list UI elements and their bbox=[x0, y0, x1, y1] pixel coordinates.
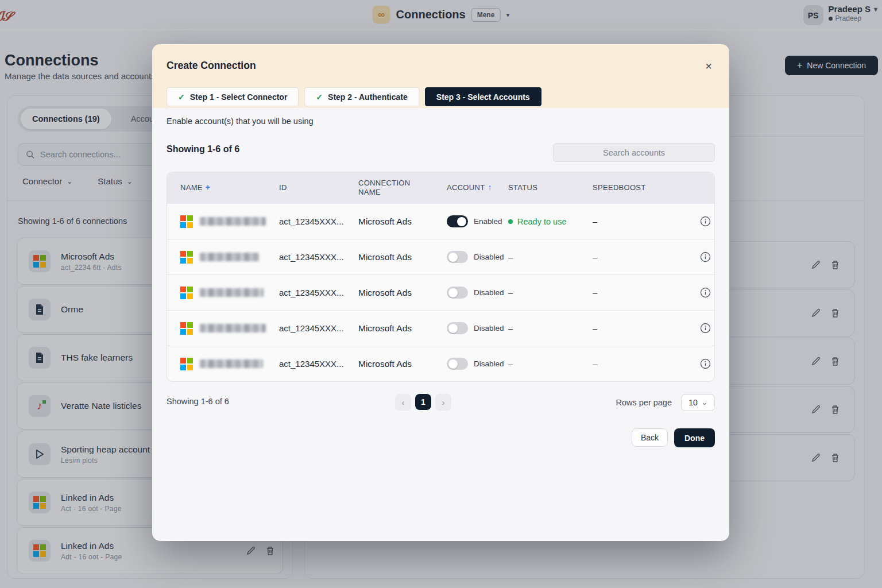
speedboost-value: – bbox=[579, 359, 687, 369]
speedboost-value: – bbox=[579, 288, 687, 297]
speedboost-value: – bbox=[579, 252, 687, 262]
close-icon[interactable]: × bbox=[702, 57, 715, 75]
modal-header: Create Connection × ✓ Step 1 - Select Co… bbox=[152, 44, 729, 108]
redacted-account-name bbox=[200, 288, 264, 297]
info-icon[interactable] bbox=[700, 323, 711, 334]
status-label: – bbox=[495, 359, 579, 369]
accounts-search-input[interactable] bbox=[554, 144, 714, 161]
info-icon[interactable] bbox=[700, 358, 711, 369]
rows-per-page-select[interactable]: 10 ⌄ bbox=[681, 394, 715, 411]
redacted-account-name bbox=[200, 324, 266, 332]
account-row: act_12345XXX... Microsoft Ads Disabled –… bbox=[167, 239, 714, 274]
status-label: Ready to use bbox=[517, 217, 566, 226]
connection-name: Microsoft Ads bbox=[345, 288, 434, 298]
speedboost-value: – bbox=[579, 216, 687, 226]
prev-page-button[interactable]: ‹ bbox=[395, 394, 411, 410]
sort-asc-icon[interactable]: ↑ bbox=[488, 183, 492, 193]
account-toggle[interactable] bbox=[447, 215, 468, 227]
connection-name: Microsoft Ads bbox=[345, 252, 434, 262]
accounts-count: Showing 1-6 of 6 bbox=[167, 144, 239, 154]
col-id: ID bbox=[266, 183, 345, 192]
status-dot bbox=[508, 219, 513, 224]
info-icon[interactable] bbox=[700, 287, 711, 298]
col-connection-name: CONNECTION NAME bbox=[345, 179, 434, 198]
redacted-account-name bbox=[200, 217, 266, 226]
steps-row: ✓ Step 1 - Select Connector ✓ Step 2 - A… bbox=[167, 87, 541, 106]
step-3-tab[interactable]: Step 3 - Select Accounts bbox=[425, 87, 541, 106]
step-2-tab[interactable]: ✓ Step 2 - Authenticate bbox=[304, 87, 419, 106]
info-icon[interactable] bbox=[700, 252, 711, 262]
col-speedboost: SPEEDBOOST bbox=[579, 183, 687, 192]
modal-title: Create Connection bbox=[167, 60, 256, 72]
redacted-account-name bbox=[200, 359, 263, 368]
table-header: NAME+ ID CONNECTION NAME ACCOUNT↑ STATUS… bbox=[167, 172, 714, 203]
col-name[interactable]: NAME+ bbox=[167, 183, 266, 193]
sort-icon[interactable]: + bbox=[206, 183, 210, 193]
check-icon: ✓ bbox=[178, 92, 185, 102]
redacted-account-name bbox=[200, 253, 259, 261]
step-1-tab[interactable]: ✓ Step 1 - Select Connector bbox=[167, 87, 299, 106]
status-label: – bbox=[495, 253, 579, 262]
rows-per-page-label: Rows per page bbox=[616, 398, 672, 407]
done-button[interactable]: Done bbox=[674, 428, 715, 447]
microsoft-logo-icon bbox=[180, 215, 193, 228]
account-toggle[interactable] bbox=[447, 287, 468, 299]
status-label: – bbox=[495, 324, 579, 333]
microsoft-logo-icon bbox=[180, 322, 193, 335]
account-id: act_12345XXX... bbox=[266, 252, 345, 262]
account-toggle[interactable] bbox=[447, 322, 468, 334]
microsoft-logo-icon bbox=[180, 358, 193, 370]
account-toggle[interactable] bbox=[447, 251, 468, 263]
account-id: act_12345XXX... bbox=[266, 216, 345, 226]
check-icon: ✓ bbox=[316, 92, 323, 102]
connection-name: Microsoft Ads bbox=[345, 216, 434, 227]
connection-name: Microsoft Ads bbox=[345, 323, 434, 334]
accounts-table: NAME+ ID CONNECTION NAME ACCOUNT↑ STATUS… bbox=[167, 172, 715, 382]
speedboost-value: – bbox=[579, 323, 687, 333]
microsoft-logo-icon bbox=[180, 251, 193, 264]
account-row: act_12345XXX... Microsoft Ads Enabled Re… bbox=[167, 203, 714, 239]
page-1-button[interactable]: 1 bbox=[415, 394, 431, 410]
microsoft-logo-icon bbox=[180, 287, 193, 299]
accounts-search[interactable] bbox=[553, 143, 715, 162]
col-status: STATUS bbox=[495, 183, 579, 192]
chevron-down-icon: ⌄ bbox=[702, 399, 707, 407]
next-page-button[interactable]: › bbox=[435, 394, 451, 410]
account-id: act_12345XXX... bbox=[266, 323, 345, 333]
back-button[interactable]: Back bbox=[632, 428, 668, 447]
accounts-count-bottom: Showing 1-6 of 6 bbox=[167, 397, 229, 406]
account-id: act_12345XXX... bbox=[266, 359, 345, 369]
info-icon[interactable] bbox=[700, 216, 711, 227]
connection-name: Microsoft Ads bbox=[345, 359, 434, 369]
col-account[interactable]: ACCOUNT↑ bbox=[434, 183, 495, 193]
table-body: act_12345XXX... Microsoft Ads Enabled Re… bbox=[167, 203, 714, 381]
pagination: ‹ 1 › bbox=[395, 394, 451, 410]
account-toggle[interactable] bbox=[447, 358, 468, 370]
account-row: act_12345XXX... Microsoft Ads Disabled –… bbox=[167, 274, 714, 310]
status-label: – bbox=[495, 288, 579, 297]
modal-instruction: Enable account(s) that you will be using bbox=[167, 117, 314, 126]
account-row: act_12345XXX... Microsoft Ads Disabled –… bbox=[167, 346, 714, 381]
table-footer: Showing 1-6 of 6 ‹ 1 › Rows per page 10 … bbox=[167, 392, 715, 412]
create-connection-modal: Create Connection × ✓ Step 1 - Select Co… bbox=[152, 44, 729, 541]
account-id: act_12345XXX... bbox=[266, 288, 345, 297]
account-row: act_12345XXX... Microsoft Ads Disabled –… bbox=[167, 310, 714, 346]
